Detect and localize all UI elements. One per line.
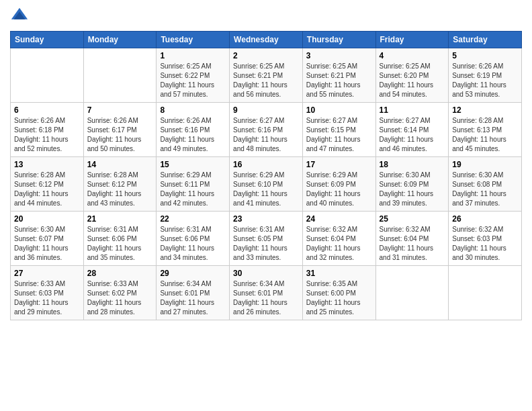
day-number: 11 — [380, 105, 445, 115]
day-info: Sunrise: 6:27 AMSunset: 6:16 PMDaylight:… — [233, 116, 299, 154]
day-number: 13 — [14, 160, 80, 169]
day-info: Sunrise: 6:30 AMSunset: 6:07 PMDaylight:… — [14, 225, 80, 263]
day-info: Sunrise: 6:28 AMSunset: 6:12 PMDaylight:… — [87, 171, 153, 208]
day-number: 21 — [87, 214, 153, 224]
calendar-cell: 12Sunrise: 6:28 AMSunset: 6:13 PMDayligh… — [449, 103, 522, 157]
day-info: Sunrise: 6:25 AMSunset: 6:22 PMDaylight:… — [160, 62, 226, 99]
day-number: 19 — [452, 160, 518, 169]
calendar-cell: 30Sunrise: 6:34 AMSunset: 6:01 PMDayligh… — [230, 266, 303, 320]
day-number: 23 — [233, 214, 299, 224]
calendar-cell: 27Sunrise: 6:33 AMSunset: 6:03 PMDayligh… — [11, 266, 84, 320]
day-number: 31 — [306, 269, 372, 278]
day-info: Sunrise: 6:25 AMSunset: 6:21 PMDaylight:… — [233, 62, 299, 99]
calendar-cell: 16Sunrise: 6:29 AMSunset: 6:10 PMDayligh… — [230, 157, 303, 212]
calendar-cell: 21Sunrise: 6:31 AMSunset: 6:06 PMDayligh… — [83, 212, 157, 266]
day-info: Sunrise: 6:27 AMSunset: 6:14 PMDaylight:… — [380, 116, 445, 154]
calendar-cell: 5Sunrise: 6:26 AMSunset: 6:19 PMDaylight… — [449, 48, 522, 103]
day-info: Sunrise: 6:29 AMSunset: 6:09 PMDaylight:… — [306, 171, 372, 208]
header — [10, 7, 522, 26]
day-number: 5 — [452, 51, 518, 60]
week-row: 6Sunrise: 6:26 AMSunset: 6:18 PMDaylight… — [11, 103, 522, 157]
calendar-cell — [83, 48, 157, 103]
weekday-header: Monday — [83, 32, 157, 48]
calendar-cell: 3Sunrise: 6:25 AMSunset: 6:21 PMDaylight… — [302, 48, 375, 103]
week-row: 27Sunrise: 6:33 AMSunset: 6:03 PMDayligh… — [11, 266, 522, 320]
calendar-cell: 29Sunrise: 6:34 AMSunset: 6:01 PMDayligh… — [157, 266, 230, 320]
calendar-cell: 1Sunrise: 6:25 AMSunset: 6:22 PMDaylight… — [157, 48, 230, 103]
calendar-cell: 19Sunrise: 6:30 AMSunset: 6:08 PMDayligh… — [449, 157, 522, 212]
calendar-cell: 6Sunrise: 6:26 AMSunset: 6:18 PMDaylight… — [11, 103, 84, 157]
day-number: 12 — [452, 105, 518, 115]
day-info: Sunrise: 6:31 AMSunset: 6:06 PMDaylight:… — [160, 225, 226, 263]
weekday-header: Sunday — [11, 32, 84, 48]
calendar-cell: 26Sunrise: 6:32 AMSunset: 6:03 PMDayligh… — [449, 212, 522, 266]
day-number: 25 — [380, 214, 445, 224]
calendar-cell: 28Sunrise: 6:33 AMSunset: 6:02 PMDayligh… — [83, 266, 157, 320]
weekday-header: Saturday — [449, 32, 522, 48]
day-info: Sunrise: 6:30 AMSunset: 6:08 PMDaylight:… — [452, 171, 518, 208]
weekday-header: Wednesday — [230, 32, 303, 48]
day-info: Sunrise: 6:25 AMSunset: 6:20 PMDaylight:… — [380, 62, 445, 99]
logo-icon — [10, 7, 29, 26]
day-info: Sunrise: 6:32 AMSunset: 6:04 PMDaylight:… — [306, 225, 372, 263]
day-number: 27 — [14, 269, 80, 278]
day-number: 7 — [87, 105, 153, 115]
weekday-header: Thursday — [302, 32, 375, 48]
calendar-cell: 8Sunrise: 6:26 AMSunset: 6:16 PMDaylight… — [157, 103, 230, 157]
calendar-cell: 10Sunrise: 6:27 AMSunset: 6:15 PMDayligh… — [302, 103, 375, 157]
day-info: Sunrise: 6:28 AMSunset: 6:12 PMDaylight:… — [14, 171, 80, 208]
day-info: Sunrise: 6:33 AMSunset: 6:03 PMDaylight:… — [14, 279, 80, 317]
calendar-cell: 14Sunrise: 6:28 AMSunset: 6:12 PMDayligh… — [83, 157, 157, 212]
day-info: Sunrise: 6:31 AMSunset: 6:05 PMDaylight:… — [233, 225, 299, 263]
calendar-cell: 4Sunrise: 6:25 AMSunset: 6:20 PMDaylight… — [375, 48, 449, 103]
day-number: 14 — [87, 160, 153, 169]
day-number: 28 — [87, 269, 153, 278]
day-number: 24 — [306, 214, 372, 224]
day-info: Sunrise: 6:35 AMSunset: 6:00 PMDaylight:… — [306, 279, 372, 317]
day-number: 8 — [160, 105, 226, 115]
calendar-cell: 17Sunrise: 6:29 AMSunset: 6:09 PMDayligh… — [302, 157, 375, 212]
calendar-cell: 23Sunrise: 6:31 AMSunset: 6:05 PMDayligh… — [230, 212, 303, 266]
calendar-cell: 20Sunrise: 6:30 AMSunset: 6:07 PMDayligh… — [11, 212, 84, 266]
day-number: 29 — [160, 269, 226, 278]
day-number: 10 — [306, 105, 372, 115]
day-info: Sunrise: 6:29 AMSunset: 6:10 PMDaylight:… — [233, 171, 299, 208]
calendar-cell — [11, 48, 84, 103]
day-info: Sunrise: 6:31 AMSunset: 6:06 PMDaylight:… — [87, 225, 153, 263]
week-row: 1Sunrise: 6:25 AMSunset: 6:22 PMDaylight… — [11, 48, 522, 103]
day-number: 4 — [380, 51, 445, 60]
day-number: 2 — [233, 51, 299, 60]
calendar-cell: 13Sunrise: 6:28 AMSunset: 6:12 PMDayligh… — [11, 157, 84, 212]
day-number: 3 — [306, 51, 372, 60]
calendar-cell: 9Sunrise: 6:27 AMSunset: 6:16 PMDaylight… — [230, 103, 303, 157]
calendar-body: 1Sunrise: 6:25 AMSunset: 6:22 PMDaylight… — [11, 48, 522, 320]
weekday-header: Friday — [375, 32, 449, 48]
day-info: Sunrise: 6:29 AMSunset: 6:11 PMDaylight:… — [160, 171, 226, 208]
day-info: Sunrise: 6:28 AMSunset: 6:13 PMDaylight:… — [452, 116, 518, 154]
day-number: 15 — [160, 160, 226, 169]
day-number: 16 — [233, 160, 299, 169]
day-info: Sunrise: 6:26 AMSunset: 6:17 PMDaylight:… — [87, 116, 153, 154]
calendar-cell: 15Sunrise: 6:29 AMSunset: 6:11 PMDayligh… — [157, 157, 230, 212]
day-number: 30 — [233, 269, 299, 278]
day-number: 6 — [14, 105, 80, 115]
day-info: Sunrise: 6:30 AMSunset: 6:09 PMDaylight:… — [380, 171, 445, 208]
week-row: 20Sunrise: 6:30 AMSunset: 6:07 PMDayligh… — [11, 212, 522, 266]
weekday-row: SundayMondayTuesdayWednesdayThursdayFrid… — [11, 32, 522, 48]
calendar-header: SundayMondayTuesdayWednesdayThursdayFrid… — [11, 32, 522, 48]
day-info: Sunrise: 6:32 AMSunset: 6:04 PMDaylight:… — [380, 225, 445, 263]
calendar-cell: 11Sunrise: 6:27 AMSunset: 6:14 PMDayligh… — [375, 103, 449, 157]
day-number: 1 — [160, 51, 226, 60]
day-info: Sunrise: 6:34 AMSunset: 6:01 PMDaylight:… — [233, 279, 299, 317]
day-number: 22 — [160, 214, 226, 224]
calendar-cell: 7Sunrise: 6:26 AMSunset: 6:17 PMDaylight… — [83, 103, 157, 157]
day-number: 17 — [306, 160, 372, 169]
day-info: Sunrise: 6:25 AMSunset: 6:21 PMDaylight:… — [306, 62, 372, 99]
day-number: 18 — [380, 160, 445, 169]
day-info: Sunrise: 6:33 AMSunset: 6:02 PMDaylight:… — [87, 279, 153, 317]
day-number: 9 — [233, 105, 299, 115]
calendar-cell: 24Sunrise: 6:32 AMSunset: 6:04 PMDayligh… — [302, 212, 375, 266]
day-info: Sunrise: 6:27 AMSunset: 6:15 PMDaylight:… — [306, 116, 372, 154]
calendar-cell: 31Sunrise: 6:35 AMSunset: 6:00 PMDayligh… — [302, 266, 375, 320]
weekday-header: Tuesday — [157, 32, 230, 48]
